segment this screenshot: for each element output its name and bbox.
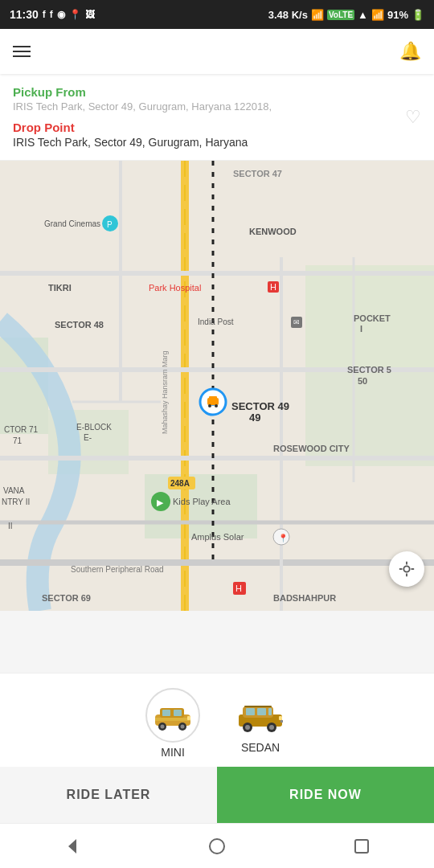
svg-rect-83 [257, 708, 266, 715]
svg-rect-79 [187, 716, 190, 720]
ride-now-button[interactable]: RIDE NOW [217, 767, 434, 823]
vehicle-option-mini[interactable]: MINI [145, 688, 200, 759]
action-buttons: RIDE LATER RIDE NOW [0, 767, 434, 823]
svg-text:NTRY II: NTRY II [2, 497, 30, 506]
favorite-heart-icon[interactable]: ♡ [405, 107, 421, 128]
svg-text:50: 50 [358, 376, 367, 386]
svg-rect-90 [280, 720, 283, 723]
svg-rect-78 [155, 718, 190, 721]
svg-text:✉: ✉ [293, 318, 300, 326]
svg-text:71: 71 [13, 436, 23, 445]
navigation-bar [0, 823, 434, 868]
svg-rect-82 [246, 708, 255, 715]
svg-rect-94 [355, 840, 368, 853]
svg-marker-92 [68, 839, 76, 854]
svg-text:Southern Peripheral Road: Southern Peripheral Road [71, 565, 164, 574]
svg-text:CTOR 71: CTOR 71 [4, 425, 38, 434]
svg-text:ROSEWOOD CITY: ROSEWOOD CITY [273, 444, 350, 453]
svg-point-88 [269, 725, 274, 730]
square-nav-icon [353, 837, 371, 855]
volte-label: VoLTE [327, 10, 354, 20]
ride-later-button[interactable]: RIDE LATER [0, 767, 217, 823]
pickup-label: Pickup From [13, 85, 421, 99]
back-icon [63, 837, 81, 855]
location-panel: Pickup From IRIS Tech Park, Sector 49, G… [0, 74, 434, 161]
signal-icon: 📶 [371, 9, 384, 21]
status-bar-left: 11:30 f f ◉ 📍 🖼 [10, 8, 95, 21]
map-svg: SECTOR 47 Grand Cinemas P KENWOOD TIKRI … [0, 161, 434, 611]
home-circle-icon [208, 837, 226, 855]
svg-text:POCKET: POCKET [354, 313, 391, 323]
svg-rect-72 [162, 710, 170, 716]
wifi-icon: ▲ [358, 9, 368, 21]
svg-rect-84 [268, 708, 272, 715]
home-nav-button[interactable] [192, 831, 242, 862]
svg-text:India Post: India Post [198, 317, 234, 326]
svg-text:Grand Cinemas: Grand Cinemas [44, 219, 100, 228]
mini-car-icon [152, 700, 194, 731]
status-bar: 11:30 f f ◉ 📍 🖼 3.48 K/s 📶 VoLTE ▲ 📶 91%… [0, 0, 434, 29]
sim-icon: 📶 [311, 9, 324, 21]
svg-text:SECTOR 49: SECTOR 49 [231, 400, 289, 412]
drop-label: Drop Point [13, 121, 421, 134]
svg-text:SECTOR 48: SECTOR 48 [55, 320, 104, 330]
svg-text:VANA: VANA [3, 486, 25, 495]
svg-text:E-: E- [84, 433, 92, 442]
status-bar-right: 3.48 K/s 📶 VoLTE ▲ 📶 91% 🔋 [268, 9, 424, 21]
sedan-car-icon [236, 698, 285, 732]
pickup-address: IRIS Tech Park, Sector 49, Gurugram, Har… [13, 100, 421, 113]
bottom-panel: MINI [0, 673, 434, 868]
sedan-vehicle-icon-wrap [232, 694, 289, 738]
svg-text:I: I [360, 324, 362, 334]
svg-text:H: H [235, 583, 242, 593]
drop-address: IRIS Tech Park, Sector 49, Gurugram, Har… [13, 136, 421, 149]
recents-nav-button[interactable] [337, 831, 387, 862]
svg-rect-89 [279, 716, 282, 720]
svg-text:▶: ▶ [157, 497, 164, 507]
svg-text:Mahashay Hansram Marg: Mahashay Hansram Marg [161, 350, 169, 434]
svg-point-75 [161, 725, 165, 729]
svg-text:H: H [270, 282, 276, 292]
svg-point-65 [403, 566, 409, 571]
fb2-icon: f [50, 9, 53, 20]
circle-icon: ◉ [57, 9, 65, 20]
vehicle-option-sedan[interactable]: SEDAN [232, 694, 289, 754]
hamburger-menu[interactable] [13, 46, 31, 57]
svg-text:Amplus Solar: Amplus Solar [191, 532, 244, 542]
app-header: 🔔 [0, 29, 434, 74]
svg-text:Park Hospital: Park Hospital [149, 283, 201, 293]
vehicle-selector: MINI [0, 673, 434, 767]
svg-rect-62 [209, 396, 217, 400]
gps-location-button[interactable] [389, 551, 424, 587]
svg-text:II: II [8, 522, 13, 530]
svg-point-77 [181, 725, 185, 729]
svg-point-63 [208, 404, 211, 407]
time-display: 11:30 [10, 8, 39, 21]
svg-rect-91 [244, 706, 272, 707]
svg-text:P: P [107, 220, 113, 229]
location-icon: 📍 [69, 9, 81, 20]
svg-text:SECTOR 47: SECTOR 47 [233, 169, 282, 178]
svg-point-86 [245, 725, 250, 730]
svg-point-93 [210, 839, 224, 854]
svg-text:SECTOR 69: SECTOR 69 [42, 593, 91, 603]
svg-text:SECTOR 5: SECTOR 5 [347, 365, 391, 375]
svg-rect-73 [174, 710, 182, 716]
svg-point-64 [215, 404, 218, 407]
map-view[interactable]: SECTOR 47 Grand Cinemas P KENWOOD TIKRI … [0, 161, 434, 611]
notification-bell-icon[interactable]: 🔔 [399, 41, 421, 62]
svg-text:248A: 248A [170, 479, 190, 488]
svg-text:TIKRI: TIKRI [48, 283, 72, 293]
svg-text:📍: 📍 [278, 533, 289, 543]
fb-icon: f [43, 9, 46, 20]
battery-icon: 🔋 [411, 9, 424, 21]
speed-display: 3.48 K/s [268, 9, 308, 21]
svg-text:KENWOOD: KENWOOD [249, 227, 297, 236]
mini-vehicle-label: MINI [161, 746, 185, 759]
mini-vehicle-icon-wrap [145, 688, 200, 743]
battery-display: 91% [387, 9, 408, 21]
back-nav-button[interactable] [47, 831, 97, 862]
svg-text:Kids Play Area: Kids Play Area [173, 497, 231, 506]
svg-text:BADSHAHPUR: BADSHAHPUR [273, 593, 336, 603]
svg-text:49: 49 [249, 411, 260, 424]
